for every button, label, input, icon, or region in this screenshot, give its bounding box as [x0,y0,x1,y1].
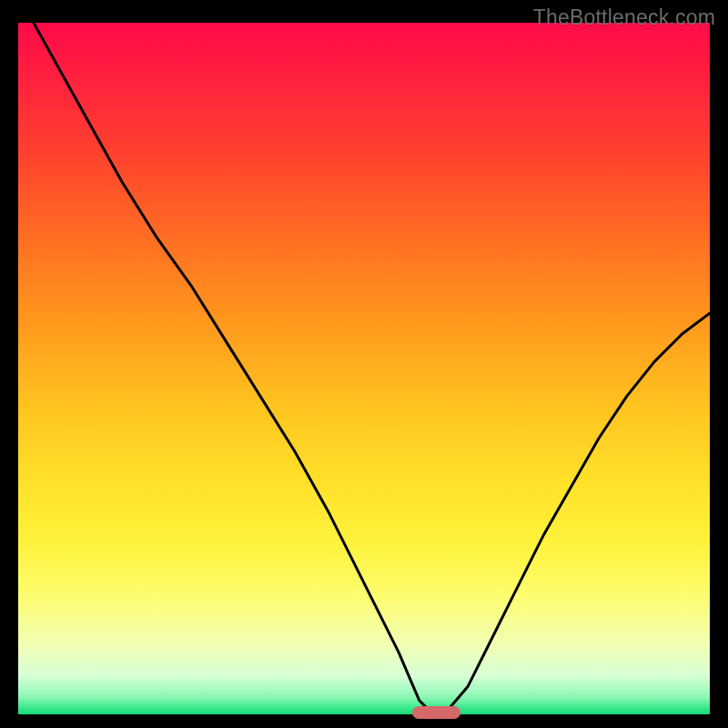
gradient-background [18,23,710,714]
plot-area [18,23,710,714]
chart-frame: TheBottleneck.com [0,0,728,728]
plot-svg [18,23,710,714]
optimal-range-marker [412,706,460,719]
watermark-text: TheBottleneck.com [533,5,715,30]
